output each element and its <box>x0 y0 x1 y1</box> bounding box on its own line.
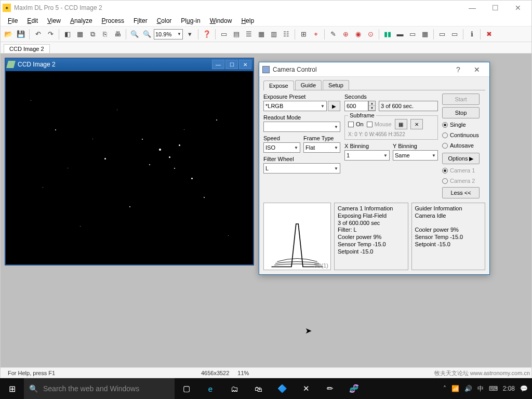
app-title: MaxIm DL Pro 5 - CCD Image 2 <box>14 4 102 11</box>
child-close-button[interactable]: ✕ <box>239 60 251 69</box>
stop-button[interactable]: Stop <box>442 107 480 118</box>
autosave-radio[interactable]: Autosave <box>442 142 480 149</box>
store-icon[interactable]: 🛍 <box>246 378 270 399</box>
menu-color[interactable]: Color <box>153 16 176 25</box>
star-image[interactable] <box>6 71 253 264</box>
tab-setup[interactable]: Setup <box>323 80 349 90</box>
exposure-preset-select[interactable]: *LRGB▼ <box>263 101 327 111</box>
maximize-button[interactable]: ☐ <box>484 1 507 15</box>
continuous-radio[interactable]: Continuous <box>442 132 480 138</box>
child-minimize-button[interactable]: — <box>212 60 224 69</box>
minimize-button[interactable]: — <box>461 1 484 15</box>
less-button[interactable]: Less << <box>442 187 480 198</box>
help-icon[interactable]: ❓ <box>201 29 212 40</box>
child-titlebar[interactable]: CCD Image 2 — ☐ ✕ <box>5 58 254 71</box>
single-radio[interactable]: Single <box>442 122 480 128</box>
start-button[interactable]: Start <box>442 94 480 105</box>
tool5-icon[interactable]: ▥ <box>268 29 280 40</box>
tab-expose[interactable]: Expose <box>263 81 294 90</box>
readout-select[interactable]: ▼ <box>263 122 340 132</box>
tool3-icon[interactable]: ☰ <box>243 29 255 40</box>
open-icon[interactable]: 📂 <box>3 29 14 40</box>
seconds-input[interactable]: 600 <box>344 101 368 111</box>
menu-analyze[interactable]: Analyze <box>66 16 97 25</box>
misc-icon[interactable]: ✖ <box>483 29 495 40</box>
menu-help[interactable]: Help <box>237 16 258 25</box>
menu-filter[interactable]: Filter <box>129 16 152 25</box>
print-icon[interactable]: 🖶 <box>112 29 123 40</box>
tray-notifications-icon[interactable]: 💬 <box>520 385 528 392</box>
doc-tab-ccd2[interactable]: CCD Image 2 <box>4 44 50 53</box>
app3-icon[interactable]: ✏ <box>318 378 342 399</box>
scope-icon[interactable]: ⊙ <box>365 29 376 40</box>
profile-3d-panel[interactable]: 3D(1) <box>263 203 331 270</box>
menu-view[interactable]: View <box>43 16 65 25</box>
camera-icon[interactable]: ⧉ <box>87 29 98 40</box>
stack-icon[interactable]: ▬ <box>394 29 406 40</box>
tray-volume-icon[interactable]: 🔊 <box>464 385 472 392</box>
tool6-icon[interactable]: ☷ <box>281 29 292 40</box>
explorer-icon[interactable]: 🗂 <box>222 378 246 399</box>
start-button[interactable]: ⊞ <box>0 378 24 399</box>
frame-type-select[interactable]: Flat▼ <box>303 142 340 153</box>
zoomout-icon[interactable]: 🔍 <box>141 29 153 40</box>
subframe-reset-button[interactable]: ✕ <box>410 119 423 129</box>
system-tray[interactable]: ˄ 📶 🔊 中 ⌨ 2:08 💬 <box>439 384 532 393</box>
app2-icon[interactable]: ✕ <box>294 378 318 399</box>
zoom-combo[interactable]: 10.9%▼ <box>154 29 183 39</box>
tool4-icon[interactable]: ▦ <box>256 29 267 40</box>
menu-plugin[interactable]: Plug-in <box>177 16 204 25</box>
wand-icon[interactable]: ✎ <box>327 29 339 40</box>
aperture-icon[interactable]: ◉ <box>352 29 364 40</box>
app1-icon[interactable]: 🔷 <box>270 378 294 399</box>
win2-icon[interactable]: ▭ <box>449 29 460 40</box>
filter-wheel-select[interactable]: L▼ <box>263 163 340 174</box>
subframe-pick-button[interactable]: ▦ <box>395 119 407 129</box>
tray-clock[interactable]: 2:08 <box>503 385 515 392</box>
tool8-icon[interactable]: + <box>310 29 322 40</box>
subframe-on-checkbox[interactable]: On <box>348 121 364 127</box>
preset-play-button[interactable]: ▶ <box>328 101 340 111</box>
undo-icon[interactable]: ↶ <box>32 29 44 40</box>
stretch-icon[interactable]: ▦ <box>74 29 86 40</box>
menu-process[interactable]: Process <box>98 16 128 25</box>
zoom-dropdown-icon[interactable]: ▾ <box>184 29 195 40</box>
tool7-icon[interactable]: ⊞ <box>298 29 309 40</box>
taskbar-search[interactable]: 🔍 Search the web and Windows <box>24 378 175 399</box>
zoomin-icon[interactable]: 🔍 <box>129 29 140 40</box>
speed-select[interactable]: ISO▼ <box>263 142 300 153</box>
edge-icon[interactable]: e <box>198 378 222 399</box>
menu-edit[interactable]: Edit <box>23 16 42 25</box>
target-icon[interactable]: ⊕ <box>340 29 351 40</box>
redo-icon[interactable]: ↷ <box>45 29 56 40</box>
tool2-icon[interactable]: ▤ <box>231 29 242 40</box>
chart-icon[interactable]: ▮▮ <box>382 29 393 40</box>
tool-icon[interactable]: ▭ <box>218 29 230 40</box>
histogram-icon[interactable]: ◧ <box>62 29 73 40</box>
grid-icon[interactable]: ▦ <box>419 29 431 40</box>
seconds-spinner[interactable]: ▲▼ <box>368 101 376 111</box>
save-icon[interactable]: 💾 <box>15 29 26 40</box>
ccd-icon <box>6 61 16 68</box>
options-button[interactable]: Options ▶ <box>442 153 480 164</box>
copy-icon[interactable]: ⎘ <box>99 29 111 40</box>
taskview-icon[interactable]: ▢ <box>175 378 198 399</box>
xbin-select[interactable]: 1▼ <box>344 150 390 161</box>
camera-help-button[interactable]: ? <box>449 63 468 76</box>
tab-guide[interactable]: Guide <box>295 80 322 90</box>
ybin-select[interactable]: Same▼ <box>393 150 438 161</box>
close-button[interactable]: ✕ <box>507 1 529 15</box>
menu-file[interactable]: File <box>4 16 22 25</box>
tray-ime-icon[interactable]: ⌨ <box>489 385 498 392</box>
layers-icon[interactable]: ▭ <box>407 29 418 40</box>
tray-lang-icon[interactable]: 中 <box>477 384 484 393</box>
camera-titlebar[interactable]: Camera Control ? ✕ <box>259 62 489 77</box>
info-icon[interactable]: ℹ <box>466 29 477 40</box>
win1-icon[interactable]: ▭ <box>436 29 448 40</box>
app4-icon[interactable]: 🧬 <box>342 378 366 399</box>
child-maximize-button[interactable]: ☐ <box>225 60 238 69</box>
menu-window[interactable]: Window <box>206 16 236 25</box>
tray-up-icon[interactable]: ˄ <box>443 385 446 392</box>
tray-network-icon[interactable]: 📶 <box>451 385 459 392</box>
camera-close-button[interactable]: ✕ <box>468 63 486 76</box>
